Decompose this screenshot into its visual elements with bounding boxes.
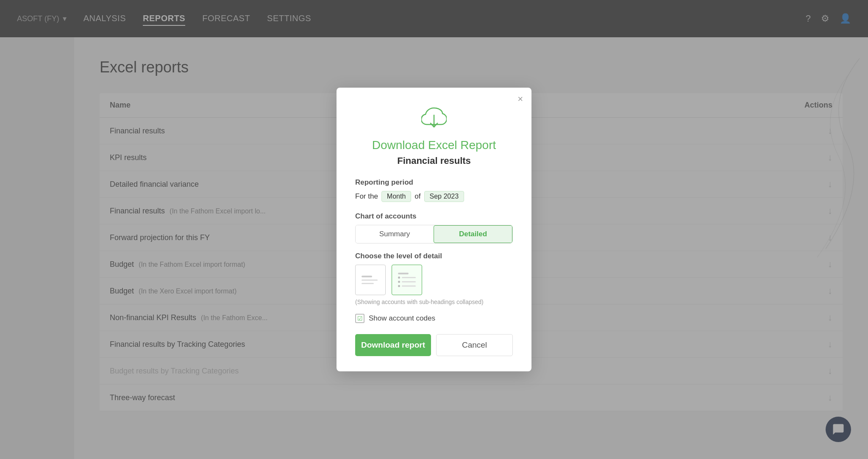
show-account-codes-row[interactable]: ☑ Show account codes [355,314,513,323]
detail-option-collapsed[interactable] [355,265,386,295]
coa-detailed-button[interactable]: Detailed [434,225,512,243]
detail-section: Choose the level of detail [355,252,513,305]
detail-option-collapsed-inner [360,269,381,290]
month-value-pill[interactable]: Sep 2023 [424,191,465,202]
modal: × Download Excel Report Financial result… [337,88,531,371]
coa-label: Chart of accounts [355,212,513,221]
reporting-period-label: Reporting period [355,178,513,187]
detail-hint: (Showing accounts with sub-headings coll… [355,299,513,305]
detail-option-expanded-inner [396,269,417,290]
line [402,277,416,278]
line [362,283,374,284]
for-label: For the [355,192,378,201]
line-bullet [398,285,416,287]
line [362,276,372,277]
show-account-codes-label: Show account codes [369,314,435,323]
coa-toggle-group: Summary Detailed [355,225,513,243]
line [398,273,409,274]
detail-label: Choose the level of detail [355,252,513,260]
modal-actions: Download report Cancel [355,334,513,356]
period-row: For the Month of Sep 2023 [355,191,513,202]
modal-title: Download Excel Report [355,138,513,152]
line [402,285,416,287]
bullet [398,285,400,287]
modal-close-button[interactable]: × [517,94,523,104]
line [362,279,378,281]
month-pill[interactable]: Month [381,191,411,202]
modal-subtitle: Financial results [355,155,513,166]
line-bullet [398,281,416,283]
cancel-button[interactable]: Cancel [436,334,513,356]
checkbox-indicator: ☑ [357,315,363,322]
show-account-codes-checkbox[interactable]: ☑ [355,314,364,323]
bullet [398,281,400,283]
coa-summary-button[interactable]: Summary [356,225,434,243]
bullet [398,277,400,279]
coa-section: Chart of accounts Summary Detailed [355,212,513,243]
detail-options [355,265,513,295]
line [402,281,416,282]
line-bullet [398,277,416,279]
modal-overlay: × Download Excel Report Financial result… [0,0,868,459]
modal-download-icon [355,105,513,132]
download-report-button[interactable]: Download report [355,334,431,356]
detail-option-expanded[interactable] [392,265,422,295]
of-label: of [415,192,420,201]
